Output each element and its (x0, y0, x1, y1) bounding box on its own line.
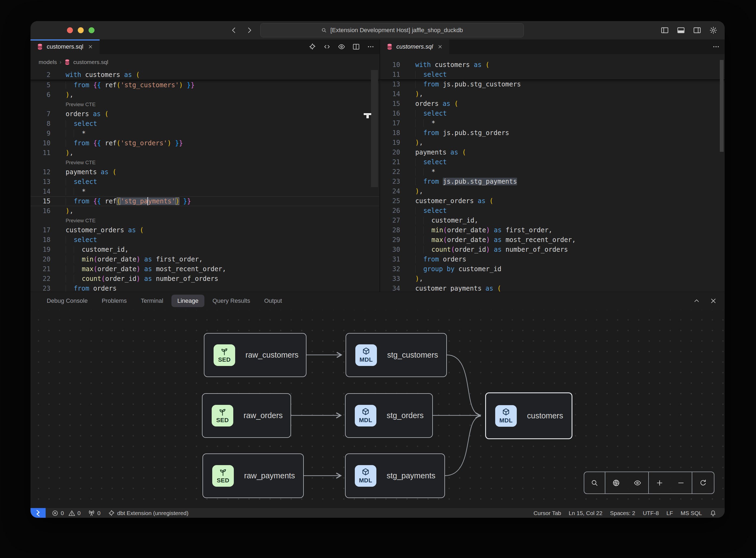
code-text: from orders (400, 254, 466, 264)
status-item-0[interactable]: 0 (68, 508, 84, 518)
status-item-spaces-2[interactable]: Spaces: 2 (606, 508, 639, 518)
zoom-out-button[interactable] (672, 473, 689, 493)
code-line: 33), (380, 274, 725, 284)
tab-customers.sql[interactable]: customers.sql (380, 40, 449, 54)
plus-icon (656, 479, 664, 487)
cube-icon (501, 408, 511, 417)
panel-tab-lineage[interactable]: Lineage (172, 295, 204, 307)
panel-close-button[interactable] (708, 296, 718, 306)
code-line: 2with customers as ( (30, 70, 379, 80)
panel-maximize-button[interactable] (692, 296, 701, 306)
toolbar-group (584, 472, 605, 493)
dbt-action-button[interactable] (308, 42, 317, 52)
code-line: 27 customer_id, (380, 215, 725, 225)
toolbar-group (605, 472, 649, 493)
lineage-node-stg_payments[interactable]: MDLstg_payments (345, 454, 445, 498)
code-lens-line[interactable]: Preview CTE (30, 216, 379, 225)
panel-tab-query-results[interactable]: Query Results (207, 295, 256, 307)
status-item[interactable] (706, 508, 720, 518)
gear-button[interactable] (708, 25, 719, 36)
code-text: * (51, 187, 85, 196)
lineage-node-raw_payments[interactable]: SEDraw_payments (203, 454, 304, 498)
refresh-button[interactable] (695, 473, 712, 493)
eye-action-button[interactable] (337, 42, 346, 52)
code-editor-right[interactable]: 13 from js.pub.stg_customers14),15orders… (380, 54, 725, 292)
toolbar-group (692, 472, 714, 493)
lineage-node-raw_customers[interactable]: SEDraw_customers (204, 333, 307, 377)
status-item-cursor-tab[interactable]: Cursor Tab (530, 508, 565, 518)
status-item-0[interactable]: 0 (84, 508, 104, 518)
split-action-button[interactable] (351, 42, 361, 52)
panel-tab-problems[interactable]: Problems (96, 295, 133, 307)
panel-tab-terminal[interactable]: Terminal (135, 295, 169, 307)
code-text: from js.pub.stg_orders (400, 128, 509, 138)
lineage-toolbar (584, 472, 714, 494)
toolbar-group (649, 472, 692, 493)
tab-close-button[interactable] (436, 43, 444, 51)
code-text: max(order_date) as most_recent_order, (51, 264, 226, 274)
code-text: * (400, 118, 435, 128)
line-number: 19 (380, 139, 400, 146)
badge-label: MDL (359, 477, 372, 484)
traffic-minimize-button[interactable] (78, 27, 84, 33)
code-line: 31 from orders (380, 254, 725, 264)
editor-group-left: customers.sqlmodels›customers.sql5 from … (30, 40, 379, 292)
remote-indicator[interactable] (30, 508, 46, 518)
editor-scrollbar-left[interactable] (371, 70, 378, 187)
code-lens-label: Preview CTE (51, 216, 96, 225)
ellipsis-action-button[interactable] (366, 42, 375, 52)
layout-panel-button[interactable] (676, 25, 686, 36)
breadcrumb[interactable]: models›customers.sql (30, 54, 379, 70)
code-line: 11), (30, 148, 379, 158)
zoom-in-button[interactable] (651, 473, 668, 493)
panel-tab-debug-console[interactable]: Debug Console (41, 295, 94, 307)
status-text: UTF-8 (643, 510, 659, 516)
lineage-node-customers[interactable]: MDLcustomers (485, 392, 572, 439)
lineage-search-button[interactable] (586, 473, 603, 493)
status-item-dbt-extension-unregistered-[interactable]: dbt Extension (unregistered) (104, 508, 192, 518)
lineage-node-stg_customers[interactable]: MDLstg_customers (346, 333, 447, 377)
lineage-aperture-button[interactable] (607, 473, 625, 493)
status-item-ms-sql[interactable]: MS SQL (677, 508, 706, 518)
seed-badge: SED (214, 345, 235, 366)
code-line: 9 * (30, 129, 379, 138)
code-lines: 13 from js.pub.stg_customers14),15orders… (380, 79, 725, 292)
command-center-search[interactable]: [Extension Development Host] jaffle_shop… (260, 23, 524, 37)
editor-scrollbar-right[interactable] (720, 60, 724, 152)
status-item-ln-15-col-22[interactable]: Ln 15, Col 22 (565, 508, 606, 518)
ellipsis-action-button[interactable] (711, 42, 721, 52)
tab-customers.sql[interactable]: customers.sql (30, 40, 100, 54)
lineage-canvas[interactable]: SEDraw_customersMDLstg_customersSEDraw_o… (30, 310, 725, 508)
traffic-close-button[interactable] (67, 27, 73, 33)
code-editor-left[interactable]: 5 from {{ ref('stg_customers') }}6),Prev… (30, 70, 379, 292)
code-lens-line[interactable]: Preview CTE (30, 158, 379, 167)
breadcrumb-item[interactable]: customers.sql (73, 59, 108, 66)
eye2-icon (633, 479, 642, 487)
navigate-back-button[interactable] (229, 25, 239, 36)
code-text: payments as ( (51, 167, 116, 177)
panel-tab-output[interactable]: Output (258, 295, 288, 307)
status-item-0[interactable]: 0 (48, 508, 68, 518)
status-item-lf[interactable]: LF (662, 508, 677, 518)
code-line: 15 from {{ ref('stg_payments') }} (30, 196, 379, 206)
lineage-node-raw_orders[interactable]: SEDraw_orders (202, 393, 291, 438)
breadcrumb-item[interactable]: models (38, 59, 57, 66)
status-item-utf-8[interactable]: UTF-8 (639, 508, 663, 518)
code-text: from {{ ref('stg_customers') }} (51, 80, 195, 90)
code-text: ), (51, 148, 74, 158)
navigate-forward-button[interactable] (244, 25, 254, 36)
layout-sidebar-left-button[interactable] (659, 25, 670, 36)
code-lens-line[interactable]: Preview CTE (30, 100, 379, 109)
lineage-node-stg_orders[interactable]: MDLstg_orders (345, 393, 433, 438)
code-line: 26 select (380, 206, 725, 215)
layout-sidebar-right-button[interactable] (692, 25, 703, 36)
line-number: 29 (380, 236, 400, 244)
code-action-button[interactable] (322, 42, 332, 52)
tab-close-button[interactable] (87, 43, 94, 51)
code-text: select (400, 70, 447, 79)
traffic-zoom-button[interactable] (88, 27, 95, 33)
code-text: ), (51, 206, 74, 216)
line-number: 15 (30, 198, 51, 205)
layout-panel-icon (677, 26, 685, 34)
lineage-visibility-button[interactable] (629, 473, 646, 493)
